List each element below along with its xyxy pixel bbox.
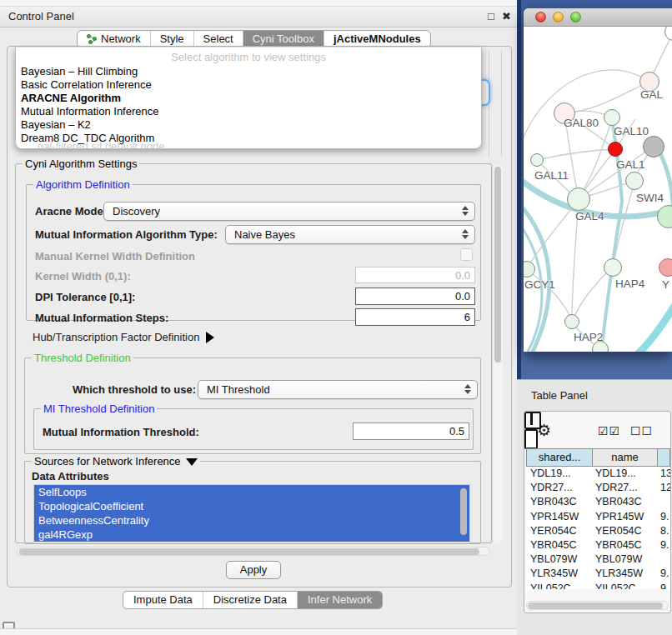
table-row[interactable]: YER054CYER054C8. [526,524,670,538]
table-panel-body: ⚙ ☑☑ ☐☐ shared... name YDL19...YDL19...1… [524,411,671,613]
column-header-name[interactable]: name [592,449,657,466]
dropdown-item[interactable]: Bayesian – K2 [21,118,91,131]
mi-threshold-field[interactable]: 0.5 [353,422,469,440]
node-gal1[interactable] [625,172,644,190]
algorithm-definition-group: Algorithm Definition Aracne Mode: Discov… [26,184,481,321]
select-all-checkboxes-icon[interactable]: ☑☑ [598,424,620,438]
dpi-tolerance-field[interactable]: 0.0 [355,288,475,305]
tab-jactivemnodules[interactable]: jActiveMNodules [323,31,430,48]
node-label: GAL10 [614,125,649,138]
node-gal4[interactable] [567,188,590,211]
tab-network[interactable]: Network [78,31,150,48]
network-window-titlebar[interactable] [524,8,672,27]
close-icon[interactable]: ✖ [502,10,511,22]
tab-discretize-data[interactable]: Discretize Data [203,592,297,608]
table-row[interactable]: YLR345WYLR345W9. [526,567,670,581]
table-row[interactable]: YBL079WYBL079W [526,552,670,567]
dropdown-item[interactable]: Mutual Information Inference [21,105,158,118]
tab-cyni-toolbox[interactable]: Cyni Toolbox [243,31,323,48]
mi-threshold-definition-group: MI Threshold Definition Mutual Informati… [33,408,474,450]
node-hap2[interactable] [564,314,579,329]
node-hap4[interactable] [604,258,622,277]
settings-horizontal-scrollbar[interactable] [17,547,490,556]
sources-group: Sources for Network Inference Data Attri… [24,461,481,544]
dpi-tolerance-label: DPI Tolerance [0,1]: [35,291,135,303]
table-row[interactable]: YDR27...YDR27...12 [526,481,670,495]
tab-select[interactable]: Select [193,31,243,48]
collapse-triangle-icon [186,458,198,466]
algorithm-definition-title: Algorithm Definition [33,178,133,191]
aracne-mode-combo[interactable]: Discovery [103,202,475,221]
gear-icon[interactable]: ⚙ [537,421,551,440]
minimize-traffic-light-icon[interactable] [553,12,564,22]
close-traffic-light-icon[interactable] [535,12,546,22]
desktop-edge [517,0,521,379]
status-strip [0,628,517,635]
node-gal11[interactable] [530,153,544,167]
node-table: shared... name YDL19...YDL19...13 YDR27.… [526,448,670,589]
scrollbar-thumb[interactable] [528,602,663,609]
node-label: GAL1 [616,158,645,171]
combo-arrows-icon [462,206,469,216]
table-row[interactable]: YBR045CYBR045C9. [526,538,670,552]
table-row[interactable]: YPR145WYPR145W9. [526,510,670,524]
dropdown-item[interactable]: Bayesian – Hill Climbing [21,65,138,78]
kernel-width-label: Kernel Width (0,1): [35,270,131,282]
node-gray[interactable] [643,136,664,158]
attribute-item[interactable]: SelfLoops [34,485,469,499]
node-label: GAL11 [534,169,569,182]
attribute-item[interactable]: BetweennessCentrality [34,513,469,528]
attribute-item[interactable]: gal4RGexp [34,528,469,542]
manual-kernel-width-checkbox[interactable] [460,248,473,261]
apply-button[interactable]: Apply [226,561,281,579]
obscured-combobox-text: gal-filtered sif default node [38,140,164,149]
attribute-item[interactable]: TopologicalCoefficient [34,499,469,513]
node-label: SWI4 [636,192,664,204]
tab-impute-data[interactable]: Impute Data [123,592,203,608]
column-header-shared-name[interactable]: shared... [527,449,592,466]
cyni-mode-tabs: Impute Data Discretize Data Infer Networ… [123,591,383,609]
node-gal10[interactable] [604,109,620,126]
hub-tf-definition-toggle[interactable]: Hub/Transcription Factor Definition [33,329,214,344]
threshold-definition-title: Threshold Definition [32,352,133,364]
scrollbar-thumb[interactable] [494,167,501,362]
document-icon[interactable] [524,429,538,449]
screen: Control Panel □ ✖ Network Style Select C… [0,0,672,635]
which-threshold-combo[interactable]: MI Threshold [198,380,478,399]
deselect-all-checkboxes-icon[interactable]: ☐☐ [630,424,653,438]
which-threshold-label: Which threshold to use: [73,383,196,396]
scrollbar-thumb[interactable] [19,548,479,555]
table-header-row: shared... name [526,448,670,467]
column-header-partial[interactable] [657,449,669,466]
mi-steps-field[interactable]: 6 [355,308,475,326]
network-canvas[interactable]: GAL GAL80 GAL10 GAL1 GAL11 SWI4 GAL4 GCY… [524,27,672,352]
mi-algorithm-type-combo[interactable]: Naive Bayes [225,225,475,244]
node-salmon[interactable] [659,258,672,277]
table-horizontal-scrollbar[interactable] [526,601,669,610]
kernel-width-field[interactable]: 0.0 [355,267,475,283]
dropdown-item[interactable]: Basic Correlation Inference [21,78,152,91]
zoom-traffic-light-icon[interactable] [570,12,581,22]
dropdown-item-selected[interactable]: ARACNE Algorithm [21,92,121,104]
node-label: GCY1 [524,278,555,291]
network-icon [87,34,98,45]
network-view-window[interactable]: GAL GAL80 GAL10 GAL1 GAL11 SWI4 GAL4 GCY… [524,8,672,352]
node-label: GAL4 [575,210,604,222]
settings-vertical-scrollbar[interactable] [492,164,503,543]
table-panel: Table Panel ⚙ ☑☑ ☐☐ shared... name YDL19… [517,379,672,635]
table-row[interactable]: YBR043CYBR043C [526,495,670,509]
float-window-icon[interactable]: □ [488,10,494,22]
data-attributes-label: Data Attributes [32,470,109,482]
table-row-clipped[interactable]: YIL052CYIL052C9 [526,582,670,589]
table-panel-title: Table Panel [531,389,588,402]
sources-title[interactable]: Sources for Network Inference [32,455,200,468]
list-scrollbar-thumb[interactable] [460,488,467,535]
table-row[interactable]: YDL19...YDL19...13 [526,467,670,481]
tab-infer-network[interactable]: Infer Network [297,592,382,608]
data-attributes-list[interactable]: SelfLoops TopologicalCoefficient Between… [33,484,470,543]
algorithm-dropdown-list: Select algorithm to view settings Bayesi… [15,48,482,149]
settings-group-title: Cyni Algorithm Settings [23,158,139,170]
mi-algorithm-type-label: Mutual Information Algorithm Type: [35,228,218,241]
node-red-selected[interactable] [608,142,623,157]
tab-style[interactable]: Style [150,31,193,48]
